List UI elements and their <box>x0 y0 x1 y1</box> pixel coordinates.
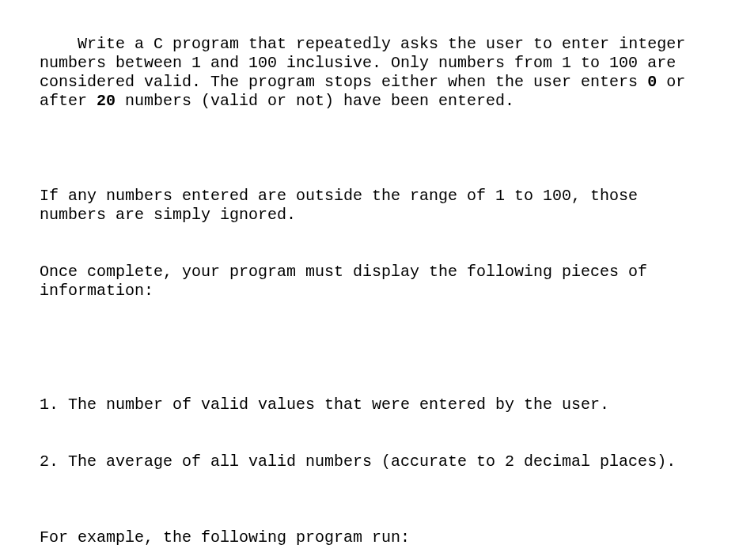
intro-zero: 0 <box>647 73 657 91</box>
document-body: Write a C program that repeatedly asks t… <box>0 0 739 560</box>
example-prompts: Enter a value between 1 and 100: 50 Ente… <box>40 551 707 560</box>
requirement-2: 2. The average of all valid numbers (acc… <box>40 452 707 471</box>
intro-twenty: 20 <box>97 92 116 110</box>
ignore-line: If any numbers entered are outside the r… <box>40 187 707 225</box>
intro-paragraph: Write a C program that repeatedly asks t… <box>40 16 707 130</box>
once-complete-line: Once complete, your program must display… <box>40 263 707 301</box>
example-intro: For example, the following program run: <box>40 528 707 547</box>
requirements-list: 1. The number of valid values that were … <box>40 358 707 509</box>
requirement-1: 1. The number of valid values that were … <box>40 395 707 414</box>
ignore-and-complete-paragraph: If any numbers entered are outside the r… <box>40 149 707 339</box>
intro-text-1: Write a C program that repeatedly asks t… <box>40 35 695 91</box>
intro-text-3: numbers (valid or not) have been entered… <box>116 92 514 110</box>
